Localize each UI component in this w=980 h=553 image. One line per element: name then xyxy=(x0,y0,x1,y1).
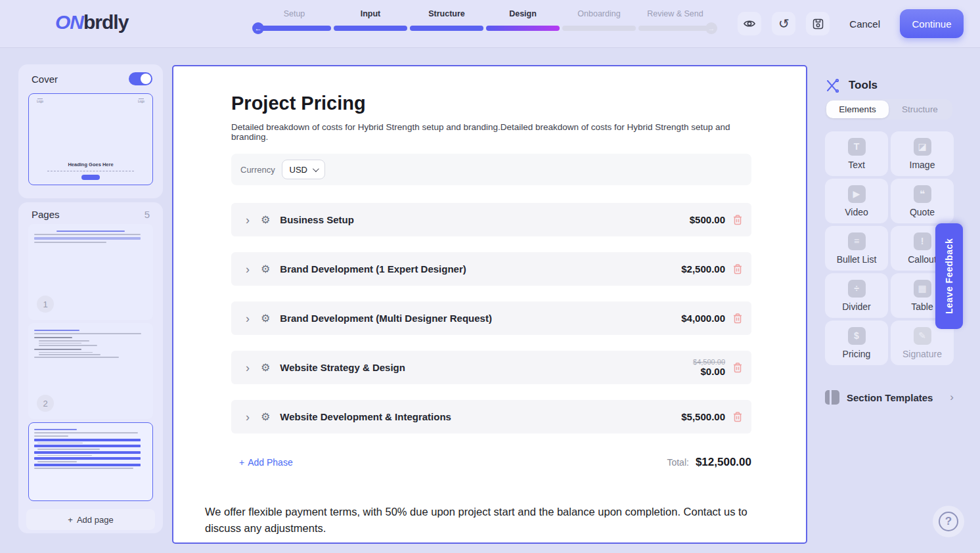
chevron-right-icon[interactable]: › xyxy=(950,391,954,404)
step-label: Input xyxy=(334,9,407,18)
step-label: Design xyxy=(486,9,560,18)
undo-history-button[interactable]: ↺ xyxy=(772,12,795,35)
phase-name: Brand Development (1 Expert Designer) xyxy=(280,263,466,275)
tools-icon xyxy=(825,77,841,93)
section-templates-title: Section Templates xyxy=(847,392,933,403)
expand-chevron-icon[interactable]: › xyxy=(246,362,250,374)
expand-chevron-icon[interactable]: › xyxy=(246,214,250,226)
phase-settings-gear-icon[interactable]: ⚙ xyxy=(261,215,270,225)
leave-feedback-button[interactable]: Leave Feedback xyxy=(935,223,963,329)
currency-select[interactable]: USD xyxy=(282,160,325,179)
tools-tab[interactable]: Structure xyxy=(889,100,951,118)
expand-chevron-icon[interactable]: › xyxy=(246,411,250,423)
thumb-button-pill xyxy=(81,175,100,180)
stepper-step[interactable]: Onboarding xyxy=(562,9,636,31)
expand-chevron-icon[interactable]: › xyxy=(246,313,250,324)
stepper-step[interactable]: Design xyxy=(486,9,560,31)
pricing-phase-row[interactable]: › ⚙ Website Strategy & Design $4,500.00 … xyxy=(231,351,751,384)
step-progress-bar: ← xyxy=(257,26,331,31)
tool-card[interactable]: $ Pricing xyxy=(825,321,888,365)
tool-card[interactable]: ◪ Image xyxy=(891,131,954,176)
logo-prefix: ON xyxy=(55,11,83,33)
step-progress-bar xyxy=(486,26,560,31)
page-thumbnail-3-selected[interactable] xyxy=(28,422,153,501)
continue-button[interactable]: Continue xyxy=(900,9,964,38)
currency-value: USD xyxy=(290,165,307,175)
help-button[interactable]: ? xyxy=(933,506,964,537)
phase-current-price: $4,000.00 xyxy=(681,313,725,324)
undo-icon: ↺ xyxy=(778,17,790,30)
phase-current-price: $500.00 xyxy=(690,214,725,225)
section-templates-header[interactable]: Section Templates › xyxy=(825,390,954,405)
stepper-step[interactable]: Structure xyxy=(410,9,483,31)
currency-label: Currency xyxy=(240,165,275,175)
payment-terms-note[interactable]: We offer flexible payment terms, with 50… xyxy=(205,504,757,537)
tool-card[interactable]: ≡ Bullet List xyxy=(825,226,888,271)
tool-card[interactable]: ▶ Video xyxy=(825,179,888,223)
step-progress-bar: → xyxy=(638,26,712,31)
toggle-knob xyxy=(141,74,151,84)
tool-card[interactable]: ÷ Divider xyxy=(825,273,888,318)
phase-price: $2,500.00 xyxy=(681,263,725,275)
stepper-step[interactable]: Setup ← xyxy=(257,9,331,31)
pages-panel: Pages 5 1 2 xyxy=(18,202,163,533)
tool-icon: ÷ xyxy=(848,280,866,298)
cover-toggle[interactable] xyxy=(129,72,152,85)
delete-phase-trash-icon[interactable] xyxy=(733,313,742,324)
save-button[interactable] xyxy=(806,12,830,35)
phase-settings-gear-icon[interactable]: ⚙ xyxy=(261,412,270,422)
page-number-badge: 2 xyxy=(37,395,54,412)
tool-icon: $ xyxy=(848,327,866,345)
tool-icon: ! xyxy=(914,232,931,250)
cancel-button[interactable]: Cancel xyxy=(840,18,889,30)
page-thumbnail-1[interactable]: 1 xyxy=(28,224,153,320)
pages-header: Pages 5 xyxy=(18,202,163,220)
add-page-button[interactable]: +Add page xyxy=(26,509,155,530)
preview-eye-button[interactable] xyxy=(738,12,761,35)
delete-phase-trash-icon[interactable] xyxy=(733,363,742,373)
phase-settings-gear-icon[interactable]: ⚙ xyxy=(261,363,270,373)
pricing-phase-row[interactable]: › ⚙ Website Development & Integrations $… xyxy=(231,400,751,433)
back-arrow-icon[interactable]: ← xyxy=(252,22,264,34)
step-progress-bar xyxy=(562,26,636,31)
tool-label: Pricing xyxy=(843,349,871,359)
tool-icon: ▦ xyxy=(914,280,931,298)
tool-label: Image xyxy=(910,160,935,170)
tool-card[interactable]: T Text xyxy=(825,131,888,176)
cover-panel: Cover Logo Logo Heading Goes Here xyxy=(18,64,163,198)
phase-settings-gear-icon[interactable]: ⚙ xyxy=(261,264,270,275)
cover-label: Cover xyxy=(32,74,58,85)
stepper-step[interactable]: Input xyxy=(334,9,407,31)
tool-card[interactable]: ❝ Quote xyxy=(891,179,954,223)
app-logo: ONbrdly xyxy=(55,11,128,33)
tool-label: Table xyxy=(911,301,933,312)
page-description[interactable]: Detailed breakdown of costs for Hybrid S… xyxy=(231,122,757,142)
pricing-phase-row[interactable]: › ⚙ Brand Development (1 Expert Designer… xyxy=(231,252,751,286)
page-title[interactable]: Project Pricing xyxy=(231,93,366,114)
page-thumbnail-2[interactable]: 2 xyxy=(28,323,153,419)
delete-phase-trash-icon[interactable] xyxy=(733,412,742,422)
plus-icon: + xyxy=(239,457,244,468)
pricing-phase-row[interactable]: › ⚙ Brand Development (Multi Designer Re… xyxy=(231,301,751,335)
cover-thumbnail[interactable]: Logo Logo Heading Goes Here xyxy=(28,93,153,185)
document-canvas[interactable]: Project Pricing Detailed breakdown of co… xyxy=(172,65,807,544)
phase-settings-gear-icon[interactable]: ⚙ xyxy=(261,313,270,324)
add-phase-link[interactable]: +Add Phase xyxy=(239,457,293,468)
step-label: Onboarding xyxy=(562,9,636,18)
pricing-phase-row[interactable]: › ⚙ Business Setup $500.00 xyxy=(231,203,751,236)
tool-label: Signature xyxy=(902,349,942,359)
app-screen: ONbrdly Setup ← Input xyxy=(0,0,980,553)
section-templates-icon xyxy=(825,390,839,405)
delete-phase-trash-icon[interactable] xyxy=(733,215,742,225)
chevron-down-icon xyxy=(313,166,319,172)
delete-phase-trash-icon[interactable] xyxy=(733,264,742,275)
thumb-logo-right: Logo xyxy=(138,99,145,103)
phase-price: $500.00 xyxy=(690,214,725,225)
stepper-step[interactable]: Review & Send → xyxy=(638,9,712,31)
step-progress-bar xyxy=(410,26,483,31)
expand-chevron-icon[interactable]: › xyxy=(246,263,250,275)
tools-tab[interactable]: Elements xyxy=(826,100,889,118)
tool-icon: ≡ xyxy=(848,232,866,250)
phase-name: Business Setup xyxy=(280,214,354,225)
save-icon xyxy=(812,18,824,30)
